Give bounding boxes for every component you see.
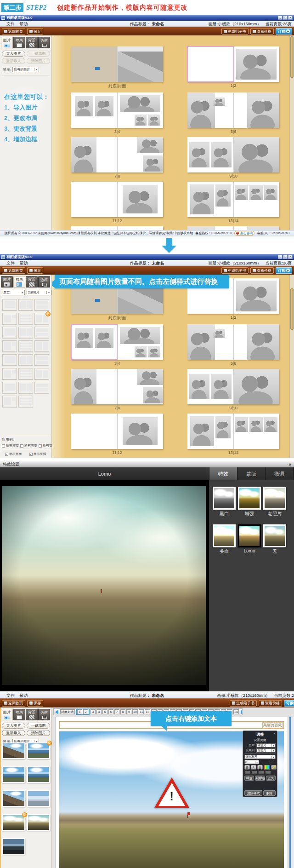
italic-button[interactable]: I xyxy=(251,765,256,770)
font-size-select[interactable]: 8▼ xyxy=(244,760,259,764)
close-button[interactable]: × xyxy=(288,255,293,259)
page-left[interactable] xyxy=(71,324,118,360)
tab-图片[interactable]: 图片 xyxy=(1,37,13,48)
next-page-icon[interactable] xyxy=(241,710,243,714)
spread-13|14[interactable] xyxy=(187,182,279,217)
layout-thumbnail[interactable] xyxy=(34,382,49,393)
effect-黑白[interactable]: 黑白 xyxy=(213,487,236,517)
effect-Lomo[interactable]: Lomo xyxy=(238,524,261,555)
tab-布局[interactable]: 布局 xyxy=(13,276,25,287)
spread-5|6[interactable] xyxy=(187,92,279,128)
page-button-5[interactable]: 5 xyxy=(102,709,107,714)
layout-thumbnail[interactable] xyxy=(18,382,33,393)
layout-thumbnail[interactable] xyxy=(18,354,33,366)
align-justify-button[interactable] xyxy=(265,770,271,775)
layout-thumbnail[interactable] xyxy=(2,354,17,366)
layout-thumbnail[interactable] xyxy=(18,313,33,324)
button-一键填图[interactable]: 一键填图 xyxy=(27,723,50,729)
scrollbar-thumb[interactable] xyxy=(290,36,294,78)
spread-1|2[interactable] xyxy=(187,46,279,82)
layout-thumbnail[interactable] xyxy=(18,327,33,338)
align-right-button[interactable] xyxy=(258,770,264,775)
page-button-8[interactable]: 8 xyxy=(120,709,125,714)
page-left[interactable] xyxy=(187,137,234,172)
tab-effects[interactable]: 特效 xyxy=(209,467,237,480)
tab-布局[interactable]: 布局 xyxy=(13,37,25,48)
page-button-4[interactable]: 4 xyxy=(96,709,102,714)
underline-button[interactable]: U xyxy=(257,765,263,770)
layout-thumbnail[interactable]: ✓ xyxy=(34,313,49,324)
tab-布局[interactable]: 布局 xyxy=(13,709,25,720)
button-导入图片[interactable]: 导入图片 xyxy=(2,51,25,57)
page-right[interactable] xyxy=(118,226,164,230)
order-button[interactable]: 订购▶ xyxy=(276,267,292,274)
spread-3|4[interactable] xyxy=(71,324,163,360)
page-left[interactable] xyxy=(187,182,234,217)
scrollbar[interactable] xyxy=(289,35,294,230)
spread-17|18[interactable] xyxy=(187,226,279,230)
page-left[interactable] xyxy=(71,92,118,128)
photo-count-select[interactable]: 2张照片▼ xyxy=(27,290,51,295)
page-left[interactable] xyxy=(71,46,118,82)
page-button-2[interactable]: 2 xyxy=(83,709,88,714)
checkbox-所有页[interactable]: 所有页 xyxy=(39,443,52,448)
layout-thumbnail[interactable] xyxy=(18,340,33,352)
tab-背景[interactable]: 背景 xyxy=(26,709,38,720)
ebook-button[interactable]: 生成电子书 xyxy=(230,700,257,707)
spread-9|10[interactable] xyxy=(187,369,279,404)
photo-thumbnail[interactable] xyxy=(2,766,25,783)
page-right[interactable] xyxy=(118,46,164,82)
layout-thumbnail[interactable] xyxy=(34,368,49,379)
page-right[interactable] xyxy=(234,278,280,314)
home-button[interactable]: 返回首页 xyxy=(2,28,25,34)
tab-背景[interactable]: 背景 xyxy=(26,37,38,48)
tab-mask[interactable]: 蒙版 xyxy=(237,467,265,480)
subtitle-preset-button[interactable]: 副标题 xyxy=(255,776,265,781)
page-button-10[interactable]: 10 xyxy=(132,709,138,714)
layout-thumbnail[interactable] xyxy=(2,299,17,310)
page-left[interactable] xyxy=(71,369,118,404)
photo-thumbnail[interactable] xyxy=(27,814,50,831)
page-button-7[interactable]: 7 xyxy=(114,709,119,714)
spread-15|16[interactable] xyxy=(71,226,163,230)
tab-边框[interactable]: 边框 xyxy=(38,276,50,287)
photo-thumbnail[interactable]: ✓ xyxy=(27,742,50,759)
button-清除图片[interactable]: 清除图片 xyxy=(27,730,50,736)
layout-thumbnail[interactable] xyxy=(2,396,17,407)
page-left[interactable] xyxy=(187,369,234,404)
page-right[interactable] xyxy=(234,92,280,128)
spread-封底|封面[interactable] xyxy=(71,46,163,82)
page-button-12[interactable]: 12 xyxy=(145,709,150,714)
save-button[interactable]: 保存 xyxy=(27,267,43,274)
maximize-button[interactable]: □ xyxy=(283,16,288,20)
page-right[interactable] xyxy=(118,92,164,128)
tab-边框[interactable]: 边框 xyxy=(38,709,50,720)
layout-thumbnail[interactable] xyxy=(18,299,33,310)
home-button[interactable]: 返回首页 xyxy=(2,700,25,707)
page-right[interactable] xyxy=(234,324,280,360)
page-left[interactable] xyxy=(187,46,234,82)
clear-style-button[interactable]: 清除样式 xyxy=(244,790,262,796)
home-button[interactable]: 返回首页 xyxy=(2,267,25,274)
spread-5|6[interactable] xyxy=(187,324,279,360)
order-button[interactable]: 订购▶ xyxy=(284,700,294,707)
scrollbar[interactable] xyxy=(289,275,294,458)
tab-边框[interactable]: 边框 xyxy=(38,37,50,48)
display-select[interactable]: 自定义▼ xyxy=(256,743,276,747)
tab-背景[interactable]: 背景 xyxy=(26,276,38,287)
layout-thumbnail[interactable] xyxy=(18,368,33,379)
close-icon[interactable]: × xyxy=(274,732,276,735)
layout-thumbnail[interactable] xyxy=(34,299,49,310)
prev-page-icon[interactable] xyxy=(55,710,58,714)
spread-13|14[interactable] xyxy=(187,414,279,449)
page-left[interactable] xyxy=(71,182,118,217)
photo-thumbnail[interactable] xyxy=(27,790,50,807)
consult-button[interactable]: 点击咨询 xyxy=(234,231,254,236)
page-right[interactable] xyxy=(118,369,164,404)
checkbox-所有右页[interactable]: 所有右页 xyxy=(20,443,37,448)
layout-thumbnail[interactable] xyxy=(2,340,17,352)
page-type-select[interactable]: 单页▼ xyxy=(2,290,25,295)
page-right[interactable] xyxy=(118,414,164,449)
layout-thumbnail[interactable] xyxy=(2,368,17,379)
layout-thumbnail[interactable] xyxy=(34,354,49,366)
